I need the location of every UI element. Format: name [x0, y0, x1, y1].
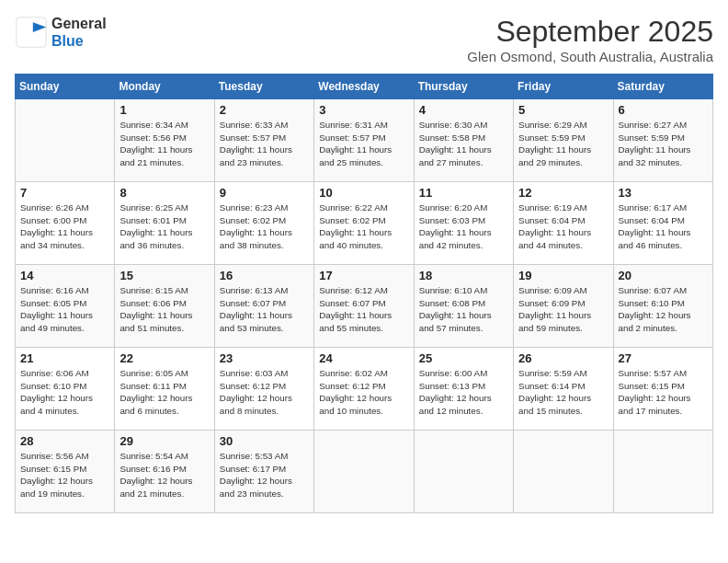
day-info: Sunrise: 6:16 AM Sunset: 6:05 PM Dayligh…: [20, 284, 109, 335]
day-info: Sunrise: 6:07 AM Sunset: 6:10 PM Dayligh…: [619, 284, 708, 335]
calendar-cell: 28Sunrise: 5:56 AM Sunset: 6:15 PM Dayli…: [16, 431, 115, 513]
calendar-cell: 21Sunrise: 6:06 AM Sunset: 6:10 PM Dayli…: [16, 348, 115, 431]
calendar-cell: 18Sunrise: 6:10 AM Sunset: 6:08 PM Dayli…: [414, 265, 513, 348]
calendar-cell: 6Sunrise: 6:27 AM Sunset: 5:59 PM Daylig…: [613, 99, 712, 182]
weekday-header-saturday: Saturday: [613, 75, 712, 99]
calendar-cell: 20Sunrise: 6:07 AM Sunset: 6:10 PM Dayli…: [613, 265, 712, 348]
day-number: 15: [119, 269, 209, 282]
day-info: Sunrise: 6:03 AM Sunset: 6:12 PM Dayligh…: [220, 367, 309, 418]
day-info: Sunrise: 6:19 AM Sunset: 6:04 PM Dayligh…: [518, 201, 608, 252]
calendar-cell: 12Sunrise: 6:19 AM Sunset: 6:04 PM Dayli…: [514, 182, 613, 265]
day-number: 28: [20, 434, 109, 448]
day-info: Sunrise: 6:05 AM Sunset: 6:11 PM Dayligh…: [119, 367, 209, 418]
day-info: Sunrise: 6:25 AM Sunset: 6:01 PM Dayligh…: [119, 201, 209, 252]
logo-blue: Blue: [51, 33, 84, 49]
calendar-cell: 17Sunrise: 6:12 AM Sunset: 6:07 PM Dayli…: [314, 265, 414, 348]
calendar-cell: 7Sunrise: 6:26 AM Sunset: 6:00 PM Daylig…: [16, 182, 115, 265]
day-number: 7: [20, 186, 109, 200]
calendar-cell: 16Sunrise: 6:13 AM Sunset: 6:07 PM Dayli…: [214, 265, 313, 348]
calendar-cell: 27Sunrise: 5:57 AM Sunset: 6:15 PM Dayli…: [613, 348, 712, 431]
day-number: 23: [220, 351, 309, 365]
svg-rect-0: [17, 17, 46, 47]
day-info: Sunrise: 6:09 AM Sunset: 6:09 PM Dayligh…: [518, 284, 608, 335]
weekday-header-row: SundayMondayTuesdayWednesdayThursdayFrid…: [16, 75, 713, 99]
day-number: 5: [518, 103, 608, 117]
calendar-cell: 23Sunrise: 6:03 AM Sunset: 6:12 PM Dayli…: [214, 348, 313, 431]
calendar-cell: 19Sunrise: 6:09 AM Sunset: 6:09 PM Dayli…: [514, 265, 613, 348]
day-info: Sunrise: 6:13 AM Sunset: 6:07 PM Dayligh…: [220, 284, 309, 335]
weekday-header-friday: Friday: [514, 75, 613, 99]
calendar-cell: [613, 431, 712, 513]
logo-icon: [15, 16, 48, 49]
day-info: Sunrise: 5:59 AM Sunset: 6:14 PM Dayligh…: [518, 367, 608, 418]
day-number: 26: [518, 351, 608, 365]
day-number: 3: [319, 103, 408, 117]
day-info: Sunrise: 6:02 AM Sunset: 6:12 PM Dayligh…: [319, 367, 408, 418]
calendar-cell: 4Sunrise: 6:30 AM Sunset: 5:58 PM Daylig…: [414, 99, 513, 182]
calendar-cell: 10Sunrise: 6:22 AM Sunset: 6:02 PM Dayli…: [314, 182, 414, 265]
day-info: Sunrise: 6:10 AM Sunset: 6:08 PM Dayligh…: [419, 284, 508, 335]
day-number: 8: [119, 186, 209, 200]
day-info: Sunrise: 6:15 AM Sunset: 6:06 PM Dayligh…: [119, 284, 209, 335]
day-number: 29: [119, 434, 209, 448]
day-info: Sunrise: 6:12 AM Sunset: 6:07 PM Dayligh…: [319, 284, 408, 335]
day-info: Sunrise: 6:30 AM Sunset: 5:58 PM Dayligh…: [419, 119, 508, 169]
day-number: 24: [319, 351, 408, 365]
day-info: Sunrise: 6:29 AM Sunset: 5:59 PM Dayligh…: [518, 119, 608, 169]
calendar-cell: 5Sunrise: 6:29 AM Sunset: 5:59 PM Daylig…: [514, 99, 613, 182]
day-number: 16: [220, 269, 309, 282]
month-title: September 2025: [467, 15, 713, 49]
logo-text: General Blue: [51, 15, 107, 50]
calendar-week-1: 1Sunrise: 6:34 AM Sunset: 5:56 PM Daylig…: [16, 99, 713, 182]
calendar-cell: 13Sunrise: 6:17 AM Sunset: 6:04 PM Dayli…: [613, 182, 712, 265]
day-number: 12: [518, 186, 608, 200]
day-info: Sunrise: 6:17 AM Sunset: 6:04 PM Dayligh…: [619, 201, 708, 252]
calendar-week-3: 14Sunrise: 6:16 AM Sunset: 6:05 PM Dayli…: [16, 265, 713, 348]
weekday-header-thursday: Thursday: [414, 75, 513, 99]
calendar-cell: 14Sunrise: 6:16 AM Sunset: 6:05 PM Dayli…: [16, 265, 115, 348]
calendar-body: 1Sunrise: 6:34 AM Sunset: 5:56 PM Daylig…: [16, 99, 713, 513]
day-info: Sunrise: 6:33 AM Sunset: 5:57 PM Dayligh…: [220, 119, 309, 169]
calendar-header: SundayMondayTuesdayWednesdayThursdayFrid…: [16, 75, 713, 99]
calendar-cell: 15Sunrise: 6:15 AM Sunset: 6:06 PM Dayli…: [115, 265, 214, 348]
calendar-cell: 8Sunrise: 6:25 AM Sunset: 6:01 PM Daylig…: [115, 182, 214, 265]
calendar-cell: 3Sunrise: 6:31 AM Sunset: 5:57 PM Daylig…: [314, 99, 414, 182]
day-info: Sunrise: 5:57 AM Sunset: 6:15 PM Dayligh…: [619, 367, 708, 418]
calendar-week-4: 21Sunrise: 6:06 AM Sunset: 6:10 PM Dayli…: [16, 348, 713, 431]
day-info: Sunrise: 5:53 AM Sunset: 6:17 PM Dayligh…: [220, 450, 309, 500]
calendar-cell: [514, 431, 613, 513]
calendar-cell: 22Sunrise: 6:05 AM Sunset: 6:11 PM Dayli…: [115, 348, 214, 431]
calendar-cell: 9Sunrise: 6:23 AM Sunset: 6:02 PM Daylig…: [214, 182, 313, 265]
calendar-cell: 25Sunrise: 6:00 AM Sunset: 6:13 PM Dayli…: [414, 348, 513, 431]
day-info: Sunrise: 6:22 AM Sunset: 6:02 PM Dayligh…: [319, 201, 408, 252]
calendar-cell: 26Sunrise: 5:59 AM Sunset: 6:14 PM Dayli…: [514, 348, 613, 431]
day-number: 14: [20, 269, 109, 282]
day-info: Sunrise: 5:56 AM Sunset: 6:15 PM Dayligh…: [20, 450, 109, 500]
day-number: 27: [619, 351, 708, 365]
day-info: Sunrise: 6:00 AM Sunset: 6:13 PM Dayligh…: [419, 367, 508, 418]
weekday-header-sunday: Sunday: [16, 75, 115, 99]
day-number: 11: [419, 186, 508, 200]
calendar-week-5: 28Sunrise: 5:56 AM Sunset: 6:15 PM Dayli…: [16, 431, 713, 513]
title-block: September 2025 Glen Osmond, South Austra…: [467, 15, 713, 64]
day-number: 4: [419, 103, 508, 117]
day-number: 19: [518, 269, 608, 282]
calendar-cell: [314, 431, 414, 513]
calendar-cell: [16, 99, 115, 182]
day-info: Sunrise: 6:20 AM Sunset: 6:03 PM Dayligh…: [419, 201, 508, 252]
day-number: 2: [220, 103, 309, 117]
day-number: 6: [619, 103, 708, 117]
day-number: 13: [619, 186, 708, 200]
logo-general: General: [51, 16, 107, 31]
day-info: Sunrise: 5:54 AM Sunset: 6:16 PM Dayligh…: [119, 450, 209, 500]
day-number: 10: [319, 186, 408, 200]
weekday-header-monday: Monday: [115, 75, 214, 99]
calendar-week-2: 7Sunrise: 6:26 AM Sunset: 6:00 PM Daylig…: [16, 182, 713, 265]
day-info: Sunrise: 6:31 AM Sunset: 5:57 PM Dayligh…: [319, 119, 408, 169]
day-info: Sunrise: 6:06 AM Sunset: 6:10 PM Dayligh…: [20, 367, 109, 418]
day-number: 9: [220, 186, 309, 200]
calendar-cell: 11Sunrise: 6:20 AM Sunset: 6:03 PM Dayli…: [414, 182, 513, 265]
day-number: 21: [20, 351, 109, 365]
day-number: 18: [419, 269, 508, 282]
calendar-cell: 30Sunrise: 5:53 AM Sunset: 6:17 PM Dayli…: [214, 431, 313, 513]
